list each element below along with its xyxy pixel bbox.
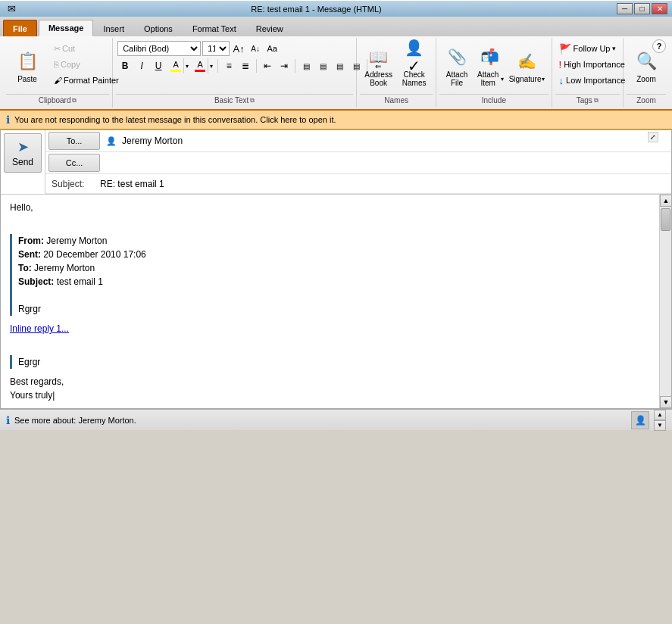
decrease-indent-button[interactable]: ⇤ (260, 58, 275, 73)
low-importance-icon: ↓ (559, 75, 564, 86)
font-color-wrap: A ▾ (192, 58, 214, 74)
scroll-track[interactable] (660, 207, 671, 396)
close-button[interactable]: ✕ (652, 3, 667, 14)
quoted-block-2: Egrgr (10, 355, 650, 369)
scroll-down-button[interactable]: ▼ (660, 396, 671, 408)
tags-expand-icon[interactable]: ⧉ (594, 97, 599, 105)
signature-icon: ✍ (515, 49, 539, 73)
font-size-select[interactable]: 11 (202, 41, 230, 56)
cc-input[interactable] (103, 154, 671, 172)
to-input[interactable] (119, 132, 668, 150)
highlight-color-dropdown[interactable]: ▾ (183, 58, 189, 73)
check-names-button[interactable]: 👤✓ Check Names (397, 41, 431, 91)
tab-file[interactable]: File (3, 20, 37, 36)
format-painter-button[interactable]: 🖌 Format Painter (50, 73, 123, 88)
tab-format-text[interactable]: Format Text (183, 20, 246, 36)
quoted-message: From: Jeremy Morton Sent: 20 December 20… (10, 234, 650, 316)
clear-format-button[interactable]: Aa (264, 41, 280, 56)
align-right-button[interactable]: ▤ (332, 58, 347, 73)
send-area: ➤ Send (1, 130, 45, 194)
subject-input[interactable] (97, 175, 671, 193)
bold-button[interactable]: B (117, 58, 133, 73)
clipboard-expand-icon[interactable]: ⧉ (72, 97, 77, 105)
highlight-color-button[interactable]: A (168, 58, 183, 73)
tab-review[interactable]: Review (246, 20, 293, 36)
quoted-subject-value: test email 1 (57, 276, 103, 287)
address-book-button[interactable]: 📖 Address Book (361, 41, 395, 91)
cc-field-row: Cc... (45, 152, 671, 174)
high-importance-button[interactable]: ! High Importance (557, 57, 627, 72)
status-bar: ℹ See more about: Jeremy Morton. 👤 ▲ ▼ (0, 409, 672, 430)
include-group: 📎 Attach File 📬 Attach Item ▾ ✍ Signatur… (436, 38, 552, 108)
underline-button[interactable]: U (151, 58, 166, 73)
attach-file-button[interactable]: 📎 Attach File (441, 41, 473, 91)
closing1-text: Best regards, (10, 375, 650, 388)
shrink-font-button[interactable]: A↓ (248, 41, 263, 56)
paste-icon: 📋 (15, 49, 39, 73)
attach-item-dropdown-icon: ▾ (501, 76, 504, 83)
align-left-button[interactable]: ▤ (298, 58, 314, 73)
quoted-to-line: To: Jeremy Morton (18, 261, 650, 275)
message-window: ➤ Send To... 👤 Cc... Subject: ⤢ (0, 129, 672, 409)
send-button[interactable]: ➤ Send (4, 133, 42, 173)
zoom-label: Zoom (627, 94, 666, 106)
font-color-dropdown[interactable]: ▾ (208, 58, 214, 73)
attach-item-button[interactable]: 📬 Attach Item ▾ (474, 41, 506, 91)
zoom-icon: 🔍 (634, 49, 658, 73)
basic-text-group: Calibri (Bod) 11 A↑ A↓ Aa B I U A (113, 38, 357, 108)
tab-message[interactable]: Message (39, 20, 93, 36)
high-importance-icon: ! (559, 59, 562, 70)
basic-text-expand-icon[interactable]: ⧉ (250, 97, 255, 105)
follow-up-button[interactable]: 🚩 Follow Up ▾ (557, 41, 619, 56)
contact-avatar[interactable]: 👤 (631, 411, 649, 429)
vertical-scrollbar: ▲ ▼ (659, 195, 671, 408)
font-color-button[interactable]: A (192, 58, 208, 73)
status-arrows: ▲ ▼ (654, 410, 666, 431)
subject-field-row: Subject: (45, 174, 671, 194)
increase-indent-button[interactable]: ⇥ (277, 58, 292, 73)
status-down-arrow[interactable]: ▼ (654, 420, 666, 431)
quoted-content-2: Egrgr (18, 355, 650, 369)
window-title: RE: test email 1 - Message (HTML) (16, 5, 617, 14)
attach-item-icon: 📬 (478, 45, 502, 69)
grow-font-button[interactable]: A↑ (231, 41, 246, 56)
numbering-button[interactable]: ≣ (238, 58, 253, 73)
minimize-button[interactable]: ─ (617, 3, 633, 14)
tab-options[interactable]: Options (134, 20, 183, 36)
status-up-arrow[interactable]: ▲ (654, 410, 666, 420)
quoted-sent-line: Sent: 20 December 2010 17:06 (18, 248, 650, 261)
italic-button[interactable]: I (134, 58, 149, 73)
greeting-text: Hello, (10, 201, 650, 214)
tags-group: 🚩 Follow Up ▾ ! High Importance ↓ Low Im… (552, 38, 624, 108)
tab-insert[interactable]: Insert (93, 20, 134, 36)
address-book-icon: 📖 (367, 45, 391, 69)
info-icon: ℹ (6, 114, 10, 126)
expand-header-button[interactable]: ⤢ (648, 132, 658, 142)
names-group: 📖 Address Book 👤✓ Check Names Names (357, 38, 436, 108)
info-bar[interactable]: ℹ You are not responding to the latest m… (0, 111, 672, 129)
quoted-to-value: Jeremy Morton (34, 263, 95, 273)
send-icon: ➤ (17, 139, 29, 155)
cc-button[interactable]: Cc... (48, 154, 100, 172)
bullets-button[interactable]: ≡ (221, 58, 236, 73)
include-label: Include (439, 94, 548, 106)
scroll-up-button[interactable]: ▲ (660, 195, 671, 207)
ribbon: File Message Insert Options Format Text … (0, 17, 672, 111)
to-button[interactable]: To... (48, 132, 100, 150)
low-importance-button[interactable]: ↓ Low Importance (557, 73, 628, 88)
font-name-select[interactable]: Calibri (Bod) (117, 41, 201, 56)
compose-header: ➤ Send To... 👤 Cc... Subject: ⤢ (1, 130, 671, 195)
copy-button[interactable]: ⎘ Copy (50, 57, 123, 72)
message-body[interactable]: Hello, From: Jeremy Morton Sent: 20 Dece… (1, 195, 659, 408)
signature-button[interactable]: ✍ Signature ▾ (508, 41, 547, 91)
scroll-thumb[interactable] (661, 208, 670, 231)
to-contact-icon: 👤 (106, 136, 117, 146)
ribbon-tabs: File Message Insert Options Format Text … (0, 17, 672, 36)
maximize-button[interactable]: □ (634, 3, 650, 14)
align-center-button[interactable]: ▤ (315, 58, 330, 73)
quoted-content: Rgrgr (18, 302, 650, 316)
cut-button[interactable]: ✂ Cut (50, 41, 123, 56)
paste-button[interactable]: 📋 Paste (8, 41, 47, 91)
highlight-color-wrap: A ▾ (167, 58, 190, 74)
help-button[interactable]: ? (652, 39, 666, 53)
